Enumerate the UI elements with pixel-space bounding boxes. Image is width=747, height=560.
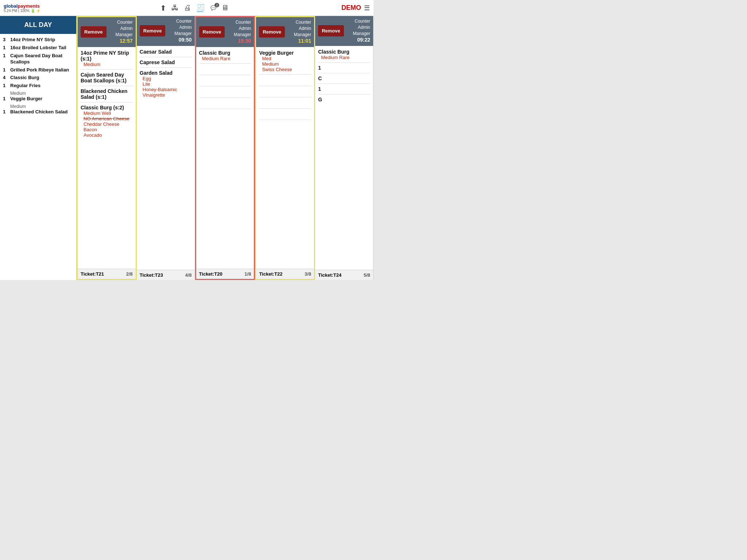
list-item: 1 Grilled Pork Ribeye Italian [3,67,73,73]
item-qty: 3 [3,37,8,43]
ticket-header-t22: Remove CounterAdmin Manager 11:01 [256,17,314,47]
table-row: Classic Burg Medium Rare [318,49,370,60]
item-qty: 1 [3,83,8,89]
ticket-id: Ticket:T20 [199,271,222,277]
ticket-id: Ticket:T21 [81,271,104,277]
table-row: 14oz Prime NY Strip (s:1) Medium [81,50,133,67]
ticket-footer-t24: Ticket:T24 5/8 [315,270,373,280]
top-icons: ⬆ 🖧 🖨 🧾 💬 2 🖥 [48,4,341,12]
table-row: Classic Burg Medium Rare [199,50,251,61]
list-item: 3 14oz Prime NY Strip [3,37,73,43]
item-modifier: Egg [140,76,192,81]
status-bar: 5:24 PM | 100% 🔋 ⚡ [4,9,40,13]
list-item: 1 Cajun Seared Day Boat Scallops [3,53,73,65]
item-modifier: Swiss Cheese [259,67,311,72]
table-row: Blackened Chicken Salad (s:1) [81,88,133,100]
item-name: Garden Salad [140,70,192,76]
item-name: Classic Burg [10,75,39,81]
item-modifier: Medium [259,61,311,67]
menu-icon[interactable]: ☰ [364,4,370,12]
item-name: Blackened Chicken Salad (s:1) [81,88,133,100]
item-qty: 4 [3,75,8,81]
ticket-t23: Remove CounterAdmin Manager 09:50 Caesar… [137,16,195,280]
ticket-header-info-t21: CounterAdmin Manager 12:57 [109,19,133,45]
all-day-header: ALL DAY [0,16,76,34]
item-modifier: Medium Rare [199,56,251,61]
ticket-header-t24: Remove CounterAdmin Manager 09:22 [315,16,373,46]
ticket-time: 15:30 [227,38,251,45]
ticket-body-t23: Caesar Salad Caprese Salad Garden Salad … [137,46,195,270]
item-name: Cajun Seared Day Boat Scallops (s:1) [81,72,133,83]
ticket-id: Ticket:T22 [259,271,282,277]
ticket-footer-t23: Ticket:T23 4/8 [137,270,195,280]
item-name: 1 [318,65,370,71]
ticket-role: CounterAdmin Manager [346,18,370,36]
item-name: Classic Burg [199,50,251,56]
item-name: Regular Fries [10,83,40,89]
demo-label: DEMO [341,4,361,12]
item-name: 1 [318,86,370,92]
item-name: Classic Burg (s:2) [81,105,133,110]
ticket-header-info-t20: CounterAdmin Manager 15:30 [227,19,251,45]
ticket-id: Ticket:T24 [318,272,341,278]
ticket-body-t22: Veggie Burger Med Medium Swiss Cheese [256,47,314,269]
list-item: 1 Veggie Burger Medium [3,96,73,109]
ticket-footer-t20: Ticket:T20 1/8 [196,269,254,279]
top-bar: globalpayments 5:24 PM | 100% 🔋 ⚡ ⬆ 🖧 🖨 … [0,0,374,16]
item-name: Veggie Burger [10,96,42,102]
table-row: Classic Burg (s:2) Medium Well NO Americ… [81,105,133,138]
ticket-header-t21: Remove CounterAdmin Manager 12:57 [78,17,136,47]
remove-button-t24[interactable]: Remove [318,25,344,36]
list-item: 4 Classic Burg [3,75,73,81]
ticket-role: CounterAdmin Manager [227,19,251,38]
ticket-time: 09:22 [346,36,370,44]
main-area: ALL DAY 3 14oz Prime NY Strip 1 16oz Bro… [0,16,374,280]
item-modifier: Cheddar Cheese [81,121,133,127]
all-day-panel: ALL DAY 3 14oz Prime NY Strip 1 16oz Bro… [0,16,77,280]
item-modifier: Bacon [81,127,133,132]
item-modifier: Medium [81,62,133,67]
item-name: Blackened Chicken Salad [10,109,68,115]
ticket-t24: Remove CounterAdmin Manager 09:22 Classi… [315,16,374,280]
ticket-role: CounterAdmin Manager [167,18,191,36]
upload-icon[interactable]: ⬆ [160,4,166,12]
list-item: 1 Regular Fries Medium [3,83,73,96]
printer-icon[interactable]: 🖨 [184,4,191,12]
item-name: G [318,97,370,102]
item-modifier: Honey-Balsamic Vinaigrette [140,87,192,98]
item-name: Classic Burg [318,49,370,55]
network-icon[interactable]: 🖧 [171,4,179,12]
table-row: 1 [318,86,370,92]
table-row: 1 [318,65,370,71]
receipt-icon[interactable]: 🧾 [196,4,205,12]
terminal-icon[interactable]: 🖥 [221,4,229,12]
remove-button-t22[interactable]: Remove [259,26,285,38]
ticket-progress: 5/8 [364,272,370,278]
ticket-progress: 2/8 [126,271,133,277]
remove-button-t23[interactable]: Remove [140,25,166,36]
item-name: 14oz Prime NY Strip (s:1) [81,50,133,62]
ticket-header-info-t23: CounterAdmin Manager 09:50 [167,18,191,44]
item-qty: 1 [3,53,8,65]
table-row: G [318,97,370,102]
ticket-body-t20: Classic Burg Medium Rare [196,47,254,269]
ticket-t21: Remove CounterAdmin Manager 12:57 14oz P… [77,16,137,280]
item-modifier: Medium Well [81,110,133,116]
list-item: 1 16oz Broiled Lobster Tail [3,45,73,51]
table-row: C [318,75,370,81]
remove-button-t20[interactable]: Remove [199,26,225,38]
ticket-t20: Remove CounterAdmin Manager 15:30 Classi… [195,16,255,280]
item-name: Veggie Burger [259,50,311,56]
remove-button-t21[interactable]: Remove [81,26,107,38]
ticket-time: 09:50 [167,36,191,44]
item-name: Grilled Pork Ribeye Italian [10,67,69,73]
logo-area: globalpayments 5:24 PM | 100% 🔋 ⚡ [4,3,40,13]
message-icon[interactable]: 💬 2 [210,5,216,11]
ticket-body-t24: Classic Burg Medium Rare 1 C 1 G [315,46,373,270]
item-modifier: Medium [3,104,73,109]
item-modifier: Medium Rare [318,55,370,60]
item-modifier: Med [259,56,311,61]
list-item: 1 Blackened Chicken Salad [3,109,73,115]
item-modifier: Medium [3,91,73,96]
item-name: Caprese Salad [140,59,192,65]
